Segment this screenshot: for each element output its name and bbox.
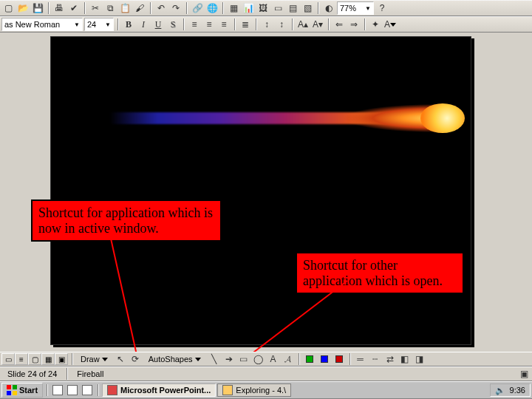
separator [349, 353, 350, 365]
font-name-combo[interactable]: as New Roman ▼ [1, 18, 83, 31]
separator [183, 18, 184, 30]
wordart-button[interactable]: 𝓐 [282, 352, 295, 366]
3d-button[interactable]: ◨ [413, 352, 426, 366]
insert-clipart-button[interactable]: 🖼 [256, 1, 270, 15]
dropdown-arrow-icon: ▼ [365, 5, 371, 12]
line-color-button[interactable] [318, 352, 331, 366]
promote-button[interactable]: ⇐ [332, 18, 346, 31]
bullets-button[interactable]: ≣ [239, 18, 252, 31]
align-center-button[interactable]: ≡ [202, 18, 216, 31]
format-painter-button[interactable]: 🖌 [133, 1, 146, 15]
open-button[interactable]: 📂 [16, 1, 30, 15]
new-slide-button[interactable]: ▭ [271, 1, 284, 15]
textbox-tool-button[interactable]: A [267, 352, 280, 366]
increase-paragraph-spacing-button[interactable]: ↕ [260, 18, 273, 31]
callout-other-app[interactable]: Shortcut for other application which is … [296, 252, 464, 294]
slide-canvas[interactable] [50, 36, 471, 345]
callout-active-app[interactable]: Shortcut for application which is now in… [31, 200, 222, 242]
rotate-button[interactable]: ⟳ [129, 352, 142, 366]
system-tray[interactable]: 🔈 9:36 [490, 383, 531, 397]
separator [66, 368, 67, 380]
separator [328, 18, 329, 30]
help-button[interactable]: ? [375, 1, 389, 15]
decrease-font-button[interactable]: A▾ [311, 18, 324, 31]
slideshow-view-button[interactable]: ▣ [55, 353, 68, 365]
new-button[interactable]: ▢ [1, 1, 15, 15]
outline-view-button[interactable]: ≡ [15, 353, 28, 365]
print-button[interactable]: 🖶 [52, 1, 66, 15]
save-button[interactable]: 💾 [31, 1, 44, 15]
italic-button[interactable]: I [137, 18, 150, 31]
align-right-button[interactable]: ≡ [217, 18, 231, 31]
zoom-combo[interactable]: 77% ▼ [337, 1, 374, 15]
separator [48, 2, 49, 14]
select-objects-button[interactable]: ↖ [114, 352, 127, 366]
status-icon[interactable]: ▣ [517, 367, 531, 381]
text-shadow-button[interactable]: S [166, 18, 180, 31]
align-left-button[interactable]: ≡ [188, 18, 201, 31]
quicklaunch-desktop-icon[interactable] [81, 383, 94, 397]
demote-button[interactable]: ⇒ [347, 18, 361, 31]
callout-other-app-text: Shortcut for other application which is … [303, 258, 443, 288]
windows-logo-icon [7, 385, 17, 395]
draw-menu[interactable]: Draw [76, 352, 112, 366]
rectangle-tool-button[interactable]: ▭ [237, 352, 250, 366]
taskbar-app-powerpoint[interactable]: Microsoft PowerPoint... [102, 383, 216, 397]
font-color-draw-button[interactable] [332, 352, 346, 366]
callout-active-app-text: Shortcut for application which is now in… [38, 205, 213, 236]
autoshapes-menu[interactable]: AutoShapes [143, 352, 206, 366]
line-color-icon [321, 355, 328, 363]
standard-toolbar: ▢ 📂 💾 🖶 ✔ ✂ ⧉ 📋 🖌 ↶ ↷ 🔗 🌐 ▦ 📊 🖼 ▭ ▤ ▧ ◐ … [0, 0, 532, 16]
tray-clock: 9:36 [510, 386, 525, 395]
taskbar-app-explorer[interactable]: Exploring - 4.\ [217, 383, 291, 397]
bw-view-button[interactable]: ◐ [322, 1, 335, 15]
copy-button[interactable]: ⧉ [103, 1, 117, 15]
web-toolbar-button[interactable]: 🌐 [205, 1, 219, 15]
insert-chart-button[interactable]: 📊 [242, 1, 255, 15]
outlook-icon [67, 385, 78, 395]
oval-tool-button[interactable]: ◯ [252, 352, 265, 366]
separator [47, 384, 47, 396]
shadow-button[interactable]: ◧ [398, 352, 412, 366]
font-size-value: 24 [87, 20, 96, 29]
tray-volume-icon[interactable]: 🔈 [495, 386, 505, 395]
arrow-style-button[interactable]: ⇄ [383, 352, 397, 366]
sorter-view-button[interactable]: ▦ [41, 353, 55, 365]
cut-button[interactable]: ✂ [89, 1, 102, 15]
underline-button[interactable]: U [151, 18, 165, 31]
comet-head [420, 103, 465, 133]
insert-table-button[interactable]: ▦ [227, 1, 240, 15]
increase-font-button[interactable]: A▴ [296, 18, 310, 31]
line-tool-button[interactable]: ╲ [208, 352, 221, 366]
apply-design-button[interactable]: ▧ [301, 1, 314, 15]
separator [150, 2, 151, 14]
slide-view-button[interactable]: ▢ [28, 353, 41, 365]
bold-button[interactable]: B [122, 18, 135, 31]
separator [117, 18, 118, 30]
font-size-combo[interactable]: 24 ▼ [84, 18, 114, 31]
dropdown-arrow-icon [102, 358, 108, 361]
design-template-name: Fireball [71, 369, 109, 378]
spellcheck-button[interactable]: ✔ [67, 1, 81, 15]
line-style-button[interactable]: ═ [354, 352, 367, 366]
insert-hyperlink-button[interactable]: 🔗 [191, 1, 204, 15]
separator [292, 18, 293, 30]
redo-button[interactable]: ↷ [169, 1, 183, 15]
separator [186, 2, 187, 14]
undo-button[interactable]: ↶ [154, 1, 168, 15]
slide-layout-button[interactable]: ▤ [286, 1, 299, 15]
quicklaunch-outlook-icon[interactable] [66, 383, 79, 397]
animation-effects-button[interactable]: ✦ [369, 18, 382, 31]
fill-color-button[interactable] [303, 352, 316, 366]
comet-graphic [110, 96, 465, 140]
decrease-paragraph-spacing-button[interactable]: ↕ [275, 18, 288, 31]
paste-button[interactable]: 📋 [118, 1, 132, 15]
start-button[interactable]: Start [1, 383, 43, 398]
dash-style-button[interactable]: ┄ [369, 352, 382, 366]
slide-workspace: Shortcut for application which is now in… [0, 33, 532, 358]
arrow-tool-button[interactable]: ➔ [222, 352, 236, 366]
font-color-button[interactable]: A [383, 18, 397, 31]
normal-view-button[interactable]: ▭ [1, 353, 15, 365]
start-label: Start [19, 386, 38, 395]
quicklaunch-ie-icon[interactable] [51, 383, 64, 397]
